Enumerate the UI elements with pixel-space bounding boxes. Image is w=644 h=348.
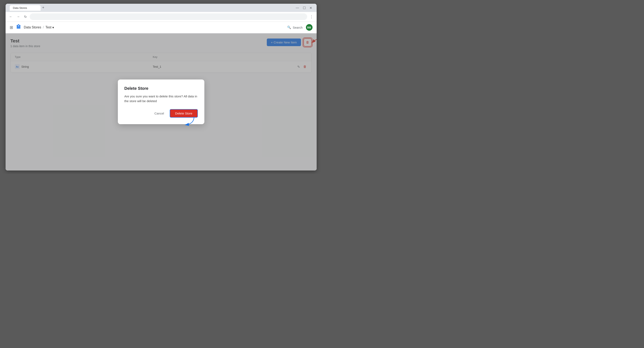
- confirm-delete-wrapper: Delete Store: [170, 109, 198, 118]
- svg-point-7: [18, 27, 19, 29]
- svg-point-6: [17, 27, 18, 29]
- app-bar-right: 🔍 Search BB: [287, 24, 312, 31]
- tab-title: Data Stores: [13, 6, 27, 9]
- modal-backdrop: Delete Store Are you sure you want to de…: [6, 33, 317, 170]
- nav-bar: ← → ↻ ⋮: [6, 12, 317, 22]
- svg-point-1: [18, 24, 19, 25]
- search-icon: 🔍: [287, 25, 291, 29]
- search-bar[interactable]: 🔍 Search: [287, 25, 303, 29]
- new-tab-button[interactable]: +: [40, 5, 46, 11]
- svg-point-8: [19, 27, 20, 29]
- svg-point-3: [17, 26, 18, 27]
- modal-title: Delete Store: [124, 86, 198, 91]
- search-label: Search: [293, 26, 303, 29]
- forward-button[interactable]: →: [16, 13, 21, 20]
- tab-strip: Data Stores +: [8, 5, 314, 11]
- modal-body: Are you sure you want to delete this sto…: [124, 94, 198, 103]
- breadcrumb: Data Stores / Test ▾: [24, 25, 54, 29]
- back-button[interactable]: ←: [8, 13, 14, 20]
- avatar[interactable]: BB: [306, 24, 312, 31]
- breadcrumb-separator: /: [43, 25, 44, 29]
- minimize-button[interactable]: —: [294, 5, 300, 10]
- main-content: Test 1 data item in this store + Create …: [6, 33, 317, 170]
- title-bar: Data Stores + — ☐ ✕: [6, 4, 317, 12]
- app-logo: [16, 24, 22, 31]
- maximize-button[interactable]: ☐: [302, 5, 307, 10]
- close-button[interactable]: ✕: [308, 5, 313, 10]
- svg-point-0: [17, 25, 18, 26]
- confirm-delete-button[interactable]: Delete Store: [170, 109, 198, 118]
- active-tab[interactable]: Data Stores: [10, 5, 40, 11]
- delete-store-modal: Delete Store Are you sure you want to de…: [118, 79, 204, 124]
- svg-point-5: [19, 26, 20, 27]
- app-bar: ⊞ Data Stores / Test: [6, 22, 317, 33]
- chevron-down-icon: ▾: [52, 25, 54, 29]
- grid-icon[interactable]: ⊞: [10, 25, 13, 30]
- breadcrumb-root[interactable]: Data Stores: [24, 25, 41, 29]
- reload-icon: ↻: [24, 15, 27, 19]
- breadcrumb-current[interactable]: Test ▾: [45, 25, 54, 29]
- back-icon: ←: [9, 15, 12, 18]
- reload-button[interactable]: ↻: [23, 13, 28, 20]
- window-controls: — ☐ ✕: [294, 5, 313, 10]
- app-bar-left: ⊞ Data Stores / Test: [10, 24, 287, 31]
- forward-icon: →: [17, 15, 20, 18]
- more-options-button[interactable]: ⋮: [309, 13, 314, 20]
- more-options-icon: ⋮: [310, 15, 313, 19]
- cancel-button[interactable]: Cancel: [151, 110, 167, 117]
- avatar-initials: BB: [307, 26, 311, 29]
- svg-point-4: [18, 26, 19, 27]
- modal-actions: Cancel Delete Store: [124, 109, 198, 118]
- svg-point-2: [19, 25, 20, 26]
- breadcrumb-current-label: Test: [45, 25, 51, 29]
- address-input[interactable]: [30, 13, 307, 20]
